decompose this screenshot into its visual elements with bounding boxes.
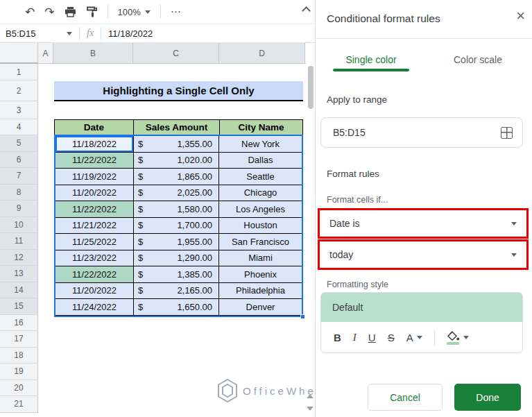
row-header-2[interactable]: 2 — [0, 80, 38, 101]
sheet-title-cell[interactable]: Highlighting a Single Cell Only — [54, 81, 303, 101]
header-cell-city-name[interactable]: City Name — [220, 120, 302, 135]
paint-format-icon[interactable] — [86, 6, 98, 18]
range-input[interactable]: B5:D15 — [320, 117, 523, 148]
date-cell[interactable]: 11/22/2022 — [55, 153, 134, 169]
column-header-d[interactable]: D — [219, 43, 305, 63]
city-cell[interactable]: Phoenix — [219, 266, 302, 283]
row-header-18[interactable]: 18 — [0, 348, 38, 364]
currency-symbol: $ — [138, 139, 143, 149]
amount-cell[interactable]: $1,355.00 — [134, 136, 219, 153]
date-cell[interactable]: 11/22/2022 — [55, 266, 134, 283]
row-header-14[interactable]: 14 — [0, 282, 38, 299]
date-cell[interactable]: 11/23/2022 — [55, 250, 134, 267]
date-cell[interactable]: 11/18/2022 — [55, 136, 134, 153]
tab-color-scale[interactable]: Color scale — [429, 54, 526, 65]
column-header-b[interactable]: B — [53, 43, 133, 63]
fill-color-button[interactable] — [447, 331, 469, 345]
row-header-15[interactable]: 15 — [0, 298, 38, 315]
header-cell-sales-amount[interactable]: Sales Amount — [134, 120, 220, 135]
city-cell[interactable]: Philadelphia — [219, 283, 302, 300]
scroll-up-icon[interactable] — [307, 394, 314, 398]
condition-dropdown[interactable]: Date is — [329, 218, 511, 229]
city-cell[interactable]: Los Angeles — [219, 201, 302, 218]
amount-cell[interactable]: $1,650.00 — [134, 299, 219, 316]
row-header-1[interactable]: 1 — [0, 64, 38, 80]
more-options-icon[interactable]: ⋯ — [171, 6, 182, 18]
row-header-9[interactable]: 9 — [0, 201, 38, 217]
amount-cell[interactable]: $1,955.00 — [134, 234, 219, 250]
city-cell[interactable]: Miami — [219, 250, 302, 267]
date-cell[interactable]: 11/20/2022 — [55, 283, 134, 300]
row-header-8[interactable]: 8 — [0, 185, 38, 201]
select-all-corner[interactable] — [0, 43, 38, 64]
column-header-c[interactable]: C — [133, 43, 219, 63]
amount-cell[interactable]: $1,580.00 — [134, 201, 219, 218]
undo-icon[interactable]: ↶ — [25, 6, 35, 18]
zoom-control[interactable]: 100% — [118, 7, 151, 17]
print-icon[interactable] — [65, 6, 76, 17]
row-header-20[interactable]: 20 — [0, 380, 38, 397]
chevron-down-icon[interactable] — [511, 253, 517, 257]
date-cell[interactable]: 11/22/2022 — [55, 201, 134, 218]
fill-handle[interactable] — [300, 314, 305, 319]
row-header-16[interactable]: 16 — [0, 315, 38, 332]
chevron-down-icon[interactable] — [67, 32, 72, 35]
amount-value: 1,020.00 — [177, 155, 212, 165]
name-box[interactable]: B5:D15 — [0, 28, 64, 39]
amount-cell[interactable]: $1,385.00 — [134, 266, 219, 283]
tab-single-color[interactable]: Single color — [327, 54, 415, 65]
close-icon[interactable]: × — [516, 8, 525, 24]
row-header-17[interactable]: 17 — [0, 331, 38, 348]
row-header-5[interactable]: 5 — [0, 135, 38, 152]
city-cell[interactable]: San Francisco — [219, 234, 302, 250]
row-header-3[interactable]: 3 — [0, 101, 38, 119]
amount-cell[interactable]: $1,865.00 — [134, 169, 219, 185]
select-data-range-icon[interactable] — [501, 127, 513, 139]
chevron-down-icon[interactable] — [511, 222, 517, 225]
column-header-a[interactable]: A — [38, 43, 53, 63]
row-header-12[interactable]: 12 — [0, 250, 38, 266]
row-header-13[interactable]: 13 — [0, 266, 38, 282]
city-cell[interactable]: Dallas — [219, 153, 302, 169]
redo-icon[interactable]: ↷ — [44, 6, 54, 18]
format-rules-label: Format rules — [327, 169, 379, 179]
row-header-4[interactable]: 4 — [0, 119, 38, 135]
date-cell[interactable]: 11/24/2022 — [55, 299, 134, 316]
currency-symbol: $ — [138, 171, 143, 182]
bold-button[interactable]: B — [334, 332, 341, 343]
row-header-6[interactable]: 6 — [0, 152, 38, 169]
city-cell[interactable]: Houston — [219, 218, 302, 235]
amount-cell[interactable]: $2,025.00 — [134, 185, 219, 202]
header-cell-date[interactable]: Date — [55, 120, 134, 135]
formula-input[interactable]: 11/18/2022 — [108, 28, 153, 39]
condition-value-dropdown[interactable]: today — [329, 249, 511, 260]
row-header-11[interactable]: 11 — [0, 233, 38, 250]
scroll-down-icon[interactable] — [307, 407, 314, 411]
strikethrough-button[interactable]: S — [388, 332, 395, 343]
city-cell[interactable]: Seattle — [219, 169, 302, 185]
amount-cell[interactable]: $1,290.00 — [134, 250, 219, 267]
row-header-10[interactable]: 10 — [0, 217, 38, 234]
date-cell[interactable]: 11/19/2022 — [55, 169, 134, 185]
date-cell[interactable]: 11/20/2022 — [55, 185, 134, 202]
scrollbar-thumb[interactable] — [308, 66, 314, 109]
text-color-button[interactable]: A — [406, 332, 422, 343]
done-button[interactable]: Done — [454, 384, 521, 411]
italic-button[interactable]: I — [353, 332, 357, 343]
cancel-button[interactable]: Cancel — [368, 384, 443, 411]
amount-cell[interactable]: $1,700.00 — [134, 218, 219, 235]
city-cell[interactable]: New York — [219, 136, 302, 153]
underline-button[interactable]: U — [368, 332, 376, 343]
collapse-toolbar-icon[interactable] — [302, 6, 311, 15]
date-cell[interactable]: 11/21/2022 — [55, 218, 134, 235]
amount-cell[interactable]: $1,020.00 — [134, 153, 219, 169]
date-cell[interactable]: 11/25/2022 — [55, 234, 134, 250]
amount-cell[interactable]: $2,165.00 — [134, 283, 219, 300]
condition-dropdown-annotation: Date is — [318, 208, 529, 239]
row-header-7[interactable]: 7 — [0, 168, 38, 185]
spreadsheet-area: ↶ ↷ 100% ⋯ B5:D15 fx 11/18/2022 — [0, 0, 316, 417]
city-cell[interactable]: Chicago — [219, 185, 302, 202]
city-cell[interactable]: Denver — [219, 299, 302, 316]
row-header-19[interactable]: 19 — [0, 364, 38, 380]
row-header-21[interactable]: 21 — [0, 396, 38, 413]
